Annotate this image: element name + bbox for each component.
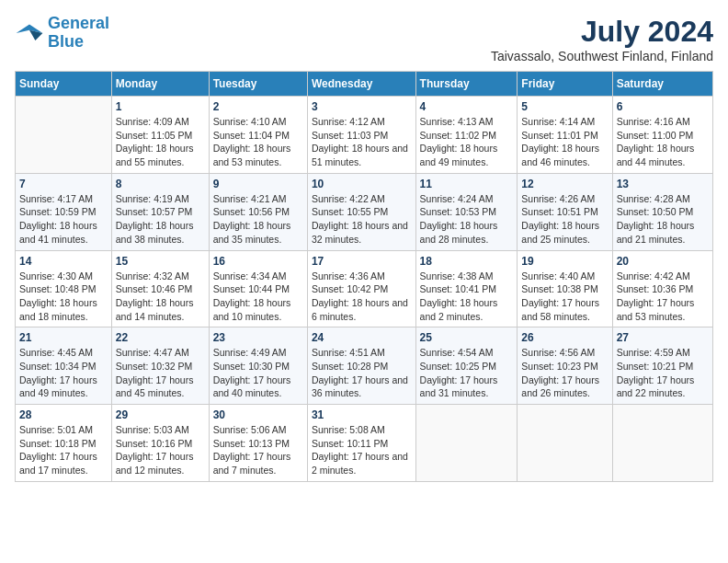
location-title: Taivassalo, Southwest Finland, Finland	[491, 49, 713, 63]
day-number: 19	[521, 255, 608, 268]
day-info: Sunrise: 4:34 AMSunset: 10:44 PMDaylight…	[213, 270, 303, 324]
day-cell	[415, 405, 518, 482]
day-number: 25	[420, 331, 514, 344]
day-cell: 26Sunrise: 4:56 AMSunset: 10:23 PMDaylig…	[518, 327, 612, 405]
day-info: Sunrise: 4:16 AMSunset: 11:00 PMDaylight…	[617, 115, 709, 169]
day-cell: 23Sunrise: 4:49 AMSunset: 10:30 PMDaylig…	[209, 327, 307, 405]
day-info: Sunrise: 4:19 AMSunset: 10:57 PMDaylight…	[116, 192, 205, 247]
day-info: Sunrise: 4:24 AMSunset: 10:53 PMDaylight…	[420, 192, 514, 247]
day-cell: 27Sunrise: 4:59 AMSunset: 10:21 PMDaylig…	[612, 327, 712, 405]
logo: General Blue	[15, 15, 109, 52]
day-number: 21	[19, 331, 108, 344]
day-info: Sunrise: 4:51 AMSunset: 10:28 PMDaylight…	[312, 346, 412, 400]
day-number: 9	[213, 178, 303, 190]
day-cell: 29Sunrise: 5:03 AMSunset: 10:16 PMDaylig…	[111, 405, 209, 482]
day-cell: 16Sunrise: 4:34 AMSunset: 10:44 PMDaylig…	[209, 250, 307, 327]
header-sunday: Sunday	[16, 72, 112, 97]
day-info: Sunrise: 4:14 AMSunset: 11:01 PMDaylight…	[521, 115, 608, 169]
day-info: Sunrise: 4:49 AMSunset: 10:30 PMDaylight…	[213, 346, 303, 400]
header-tuesday: Tuesday	[209, 72, 307, 97]
day-cell	[612, 405, 712, 482]
day-info: Sunrise: 4:59 AMSunset: 10:21 PMDaylight…	[617, 346, 709, 400]
day-cell: 5Sunrise: 4:14 AMSunset: 11:01 PMDayligh…	[518, 97, 612, 174]
day-cell: 20Sunrise: 4:42 AMSunset: 10:36 PMDaylig…	[612, 250, 712, 327]
week-row-4: 21Sunrise: 4:45 AMSunset: 10:34 PMDaylig…	[16, 327, 713, 405]
day-cell: 17Sunrise: 4:36 AMSunset: 10:42 PMDaylig…	[307, 250, 415, 327]
day-info: Sunrise: 4:40 AMSunset: 10:38 PMDaylight…	[521, 270, 608, 324]
day-info: Sunrise: 4:17 AMSunset: 10:59 PMDaylight…	[19, 192, 108, 247]
day-cell: 24Sunrise: 4:51 AMSunset: 10:28 PMDaylig…	[307, 327, 415, 405]
day-cell: 30Sunrise: 5:06 AMSunset: 10:13 PMDaylig…	[209, 405, 307, 482]
day-cell	[16, 97, 112, 174]
day-info: Sunrise: 4:13 AMSunset: 11:02 PMDaylight…	[420, 115, 514, 169]
day-number: 5	[521, 100, 608, 113]
header-monday: Monday	[111, 72, 209, 97]
logo-line1: General	[48, 14, 109, 32]
day-number: 1	[116, 100, 205, 113]
day-number: 3	[312, 100, 412, 113]
day-number: 16	[213, 255, 303, 268]
svg-marker-1	[29, 30, 42, 40]
day-info: Sunrise: 4:56 AMSunset: 10:23 PMDaylight…	[521, 346, 608, 400]
day-cell: 11Sunrise: 4:24 AMSunset: 10:53 PMDaylig…	[415, 173, 518, 250]
week-row-5: 28Sunrise: 5:01 AMSunset: 10:18 PMDaylig…	[16, 405, 713, 482]
day-info: Sunrise: 4:22 AMSunset: 10:55 PMDaylight…	[312, 192, 412, 247]
day-cell: 31Sunrise: 5:08 AMSunset: 10:11 PMDaylig…	[307, 405, 415, 482]
day-number: 2	[213, 100, 303, 113]
day-number: 30	[213, 408, 303, 421]
week-row-3: 14Sunrise: 4:30 AMSunset: 10:48 PMDaylig…	[16, 250, 713, 327]
day-cell: 1Sunrise: 4:09 AMSunset: 11:05 PMDayligh…	[111, 97, 209, 174]
day-number: 7	[19, 178, 108, 190]
day-number: 20	[617, 255, 709, 268]
page-header: General Blue July 2024 Taivassalo, South…	[15, 15, 713, 63]
day-cell: 19Sunrise: 4:40 AMSunset: 10:38 PMDaylig…	[518, 250, 612, 327]
day-cell: 7Sunrise: 4:17 AMSunset: 10:59 PMDayligh…	[16, 173, 112, 250]
day-number: 28	[19, 408, 108, 421]
header-wednesday: Wednesday	[307, 72, 415, 97]
header-thursday: Thursday	[415, 72, 518, 97]
logo-icon	[15, 18, 44, 48]
svg-marker-0	[17, 24, 43, 33]
day-number: 12	[521, 178, 608, 190]
day-info: Sunrise: 4:47 AMSunset: 10:32 PMDaylight…	[116, 346, 205, 400]
day-info: Sunrise: 4:21 AMSunset: 10:56 PMDaylight…	[213, 192, 303, 247]
day-info: Sunrise: 4:28 AMSunset: 10:50 PMDaylight…	[617, 192, 709, 247]
day-cell: 28Sunrise: 5:01 AMSunset: 10:18 PMDaylig…	[16, 405, 112, 482]
day-cell: 9Sunrise: 4:21 AMSunset: 10:56 PMDayligh…	[209, 173, 307, 250]
day-cell: 12Sunrise: 4:26 AMSunset: 10:51 PMDaylig…	[518, 173, 612, 250]
day-number: 31	[312, 408, 412, 421]
day-number: 29	[116, 408, 205, 421]
day-info: Sunrise: 4:12 AMSunset: 11:03 PMDaylight…	[312, 115, 412, 169]
day-cell: 25Sunrise: 4:54 AMSunset: 10:25 PMDaylig…	[415, 327, 518, 405]
day-number: 4	[420, 100, 514, 113]
day-cell: 15Sunrise: 4:32 AMSunset: 10:46 PMDaylig…	[111, 250, 209, 327]
calendar-table: SundayMondayTuesdayWednesdayThursdayFrid…	[15, 71, 713, 482]
day-cell: 13Sunrise: 4:28 AMSunset: 10:50 PMDaylig…	[612, 173, 712, 250]
day-number: 10	[312, 178, 412, 190]
logo-text: General Blue	[48, 15, 109, 52]
day-info: Sunrise: 5:01 AMSunset: 10:18 PMDaylight…	[19, 423, 108, 477]
day-number: 8	[116, 178, 205, 190]
day-number: 13	[617, 178, 709, 190]
day-cell: 10Sunrise: 4:22 AMSunset: 10:55 PMDaylig…	[307, 173, 415, 250]
day-info: Sunrise: 4:09 AMSunset: 11:05 PMDaylight…	[116, 115, 205, 169]
day-info: Sunrise: 4:10 AMSunset: 11:04 PMDaylight…	[213, 115, 303, 169]
day-info: Sunrise: 5:03 AMSunset: 10:16 PMDaylight…	[116, 423, 205, 477]
day-cell	[518, 405, 612, 482]
day-number: 23	[213, 331, 303, 344]
day-number: 18	[420, 255, 514, 268]
day-info: Sunrise: 5:08 AMSunset: 10:11 PMDaylight…	[312, 423, 412, 477]
logo-line2: Blue	[48, 32, 84, 51]
day-cell: 6Sunrise: 4:16 AMSunset: 11:00 PMDayligh…	[612, 97, 712, 174]
day-number: 17	[312, 255, 412, 268]
day-cell: 4Sunrise: 4:13 AMSunset: 11:02 PMDayligh…	[415, 97, 518, 174]
day-cell: 3Sunrise: 4:12 AMSunset: 11:03 PMDayligh…	[307, 97, 415, 174]
day-cell: 14Sunrise: 4:30 AMSunset: 10:48 PMDaylig…	[16, 250, 112, 327]
day-number: 6	[617, 100, 709, 113]
day-cell: 2Sunrise: 4:10 AMSunset: 11:04 PMDayligh…	[209, 97, 307, 174]
week-row-1: 1Sunrise: 4:09 AMSunset: 11:05 PMDayligh…	[16, 97, 713, 174]
day-cell: 18Sunrise: 4:38 AMSunset: 10:41 PMDaylig…	[415, 250, 518, 327]
day-number: 11	[420, 178, 514, 190]
day-info: Sunrise: 4:26 AMSunset: 10:51 PMDaylight…	[521, 192, 608, 247]
calendar-header-row: SundayMondayTuesdayWednesdayThursdayFrid…	[16, 72, 713, 97]
